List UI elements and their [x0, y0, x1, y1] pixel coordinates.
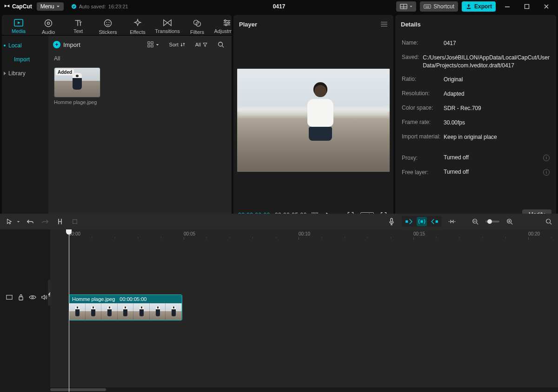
tab-audio[interactable]: Audio [38, 19, 59, 35]
details-title: Details [401, 21, 421, 28]
media-thumbnail[interactable]: Added Homme plage.jpeg [54, 67, 100, 105]
sidebar-item-library[interactable]: Library [2, 66, 48, 80]
pointer-icon [6, 218, 13, 225]
details-proxy-label: Proxy: [402, 155, 444, 161]
link-tool[interactable] [447, 217, 457, 226]
text-icon [73, 19, 83, 27]
svg-point-27 [219, 42, 223, 46]
export-button[interactable]: Export [462, 1, 496, 12]
ruler-tick: 00:15 [413, 231, 425, 236]
track-visibility-button[interactable] [29, 294, 36, 301]
menu-button[interactable]: Menu [37, 2, 64, 11]
effects-icon [133, 19, 142, 28]
minimize-button[interactable] [499, 1, 515, 12]
svg-rect-7 [427, 6, 428, 6]
zoom-fit-icon [545, 218, 552, 225]
zoom-out-icon [472, 218, 478, 225]
player-title: Player [239, 21, 257, 28]
timeline-clip[interactable]: Homme plage.jpeg 00:00:05:00 [69, 294, 182, 320]
svg-rect-9 [425, 7, 429, 7]
layout-button[interactable] [396, 1, 416, 12]
tab-text[interactable]: Text [68, 19, 88, 35]
svg-line-44 [511, 223, 513, 225]
sidebar-item-import[interactable]: Import [2, 52, 48, 66]
media-sidebar: Local Import Library [2, 36, 48, 223]
zoom-fit-button[interactable] [544, 217, 553, 226]
svg-rect-37 [436, 220, 438, 222]
timeline-tracks[interactable]: 00:00 00:05 00:10 00:15 00:20 Homme plag… [50, 229, 558, 392]
info-icon[interactable]: i [543, 169, 550, 176]
preview-frame[interactable] [237, 69, 390, 172]
zoom-slider[interactable] [485, 221, 499, 222]
added-badge: Added [56, 69, 74, 75]
track-mute-button[interactable] [40, 294, 48, 301]
shortcut-button[interactable]: Shortcut [420, 1, 458, 12]
filter-all-button[interactable]: All [193, 39, 210, 50]
media-panel: Media Audio Text Stickers Effects Transi… [2, 15, 232, 223]
redo-button [40, 217, 50, 226]
magnet-group [402, 216, 442, 227]
sidebar-item-local[interactable]: Local [2, 39, 48, 52]
info-icon[interactable]: i [543, 155, 550, 161]
search-button[interactable] [215, 39, 227, 50]
magnet-right[interactable] [430, 217, 440, 226]
svg-rect-26 [151, 45, 153, 47]
view-mode-button[interactable] [145, 39, 162, 50]
svg-rect-34 [391, 218, 392, 222]
zoom-in-button[interactable] [505, 217, 514, 226]
svg-point-22 [225, 24, 227, 26]
redo-icon [41, 218, 49, 225]
svg-rect-24 [151, 42, 153, 44]
svg-rect-35 [405, 220, 408, 222]
undo-button[interactable] [26, 217, 35, 226]
tab-stickers[interactable]: Stickers [98, 19, 118, 35]
link-icon [448, 218, 456, 225]
playhead[interactable] [69, 229, 69, 392]
ruler-tick: 00:05 [184, 231, 195, 236]
keyboard-icon [424, 4, 431, 9]
split-tool[interactable] [55, 217, 65, 226]
details-resolution-label: Resolution: [402, 90, 444, 98]
magnet-left[interactable] [404, 217, 414, 226]
svg-line-40 [477, 223, 478, 225]
capcut-icon [4, 3, 10, 10]
svg-rect-6 [426, 6, 427, 6]
layout-icon [400, 4, 407, 9]
panel-menu-icon[interactable] [380, 21, 388, 27]
track-cover-button[interactable] [6, 294, 13, 301]
details-resolution-value: Adapted [444, 90, 550, 98]
details-ratio-label: Ratio: [402, 76, 444, 84]
autosave-status: Auto saved: 16:23:21 [71, 4, 128, 9]
close-button[interactable] [538, 1, 554, 12]
record-vo-button[interactable] [387, 217, 396, 226]
clip-duration: 00:00:05:00 [120, 296, 146, 302]
grid-icon [147, 41, 154, 48]
tab-effects[interactable]: Effects [127, 19, 148, 35]
zoom-out-button[interactable] [471, 217, 480, 226]
audio-icon [44, 19, 53, 28]
timeline-ruler[interactable]: 00:00 00:05 00:10 00:15 00:20 [50, 229, 558, 241]
tab-transitions[interactable]: Transitions [157, 19, 178, 35]
pointer-tool[interactable] [5, 217, 14, 226]
sort-button[interactable]: Sort [166, 39, 188, 50]
maximize-button[interactable] [519, 1, 535, 12]
magnet-center[interactable] [417, 217, 427, 226]
chevron-down-icon[interactable] [17, 220, 20, 223]
plus-icon: + [53, 41, 60, 48]
timeline-scrollbar[interactable] [50, 387, 558, 392]
svg-point-14 [47, 22, 50, 25]
chevron-down-icon [156, 43, 159, 46]
filters-icon [193, 19, 202, 28]
track-lock-button[interactable] [17, 294, 25, 301]
import-button[interactable]: + Import [53, 41, 80, 48]
svg-point-17 [109, 22, 110, 23]
app-name: CapCut [12, 3, 32, 10]
tab-media[interactable]: Media [8, 19, 29, 35]
svg-point-21 [228, 22, 230, 24]
details-saved-label: Saved: [402, 54, 423, 70]
details-framerate-label: Frame rate: [402, 119, 444, 127]
details-name-label: Name: [402, 39, 444, 47]
tab-adjustment[interactable]: Adjustment [217, 19, 232, 35]
media-filter-all[interactable]: All [48, 53, 232, 64]
tab-filters[interactable]: Filters [187, 19, 207, 35]
